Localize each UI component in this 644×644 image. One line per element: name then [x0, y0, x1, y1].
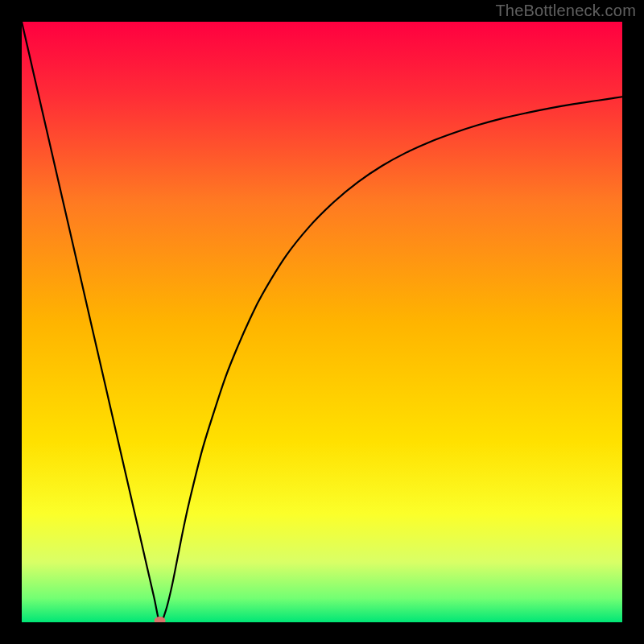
chart-frame: TheBottleneck.com: [0, 0, 644, 644]
bottleneck-chart: [22, 22, 622, 622]
attribution-label: TheBottleneck.com: [495, 2, 636, 20]
